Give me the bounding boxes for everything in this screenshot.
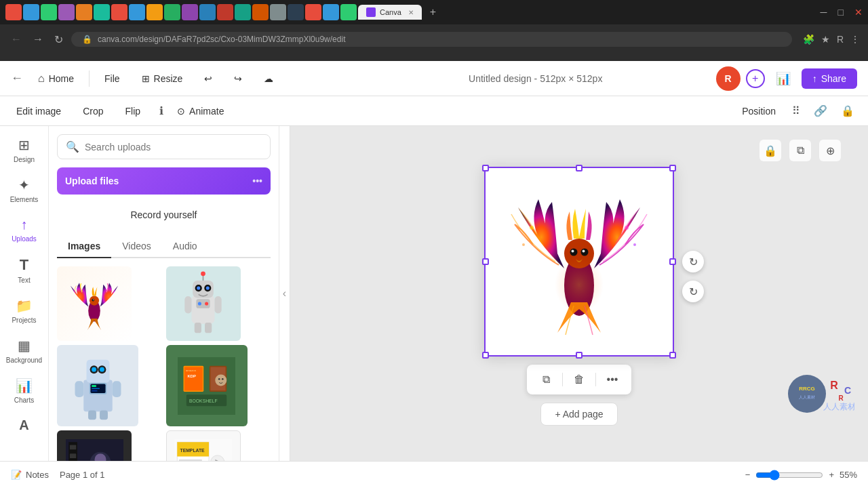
file-button[interactable]: File <box>98 69 127 88</box>
toolbar-divider <box>89 70 90 87</box>
svg-text:C: C <box>844 385 851 396</box>
home-nav-button[interactable]: ⌂ Home <box>31 68 81 89</box>
close-button[interactable]: ✕ <box>854 7 863 18</box>
zoom-slider[interactable] <box>755 470 823 481</box>
tab-videos[interactable]: Videos <box>111 235 162 258</box>
resize-button[interactable]: ⊞ Resize <box>135 69 190 88</box>
profile-icon[interactable]: R <box>837 34 844 45</box>
svg-text:人人素材: 人人素材 <box>823 402 854 411</box>
copy-action-button[interactable]: ⧉ <box>535 369 557 390</box>
svg-text:人人素材: 人人素材 <box>799 395 815 399</box>
browser-tabs: Canva ✕ + ─ □ ✕ <box>0 0 868 24</box>
add-to-template-icon[interactable]: ⊕ <box>819 140 841 161</box>
image-thumb-phoenix[interactable] <box>57 266 132 341</box>
svg-rect-17 <box>184 296 191 314</box>
resize-label: Resize <box>154 73 183 84</box>
canvas-area: 🔒 ⧉ ⊕ <box>290 126 868 461</box>
extensions-icon[interactable]: 🧩 <box>803 34 814 45</box>
add-page-button[interactable]: + Add page <box>540 403 617 426</box>
edit-image-button[interactable]: Edit image <box>11 103 66 119</box>
lock-icon[interactable]: 🔒 <box>838 102 857 120</box>
sidebar-label-design: Design <box>14 156 35 163</box>
image-thumb-movie[interactable] <box>57 430 132 461</box>
record-yourself-button[interactable]: Record yourself <box>57 203 271 227</box>
zoom-controls: − + 55% <box>745 470 857 481</box>
svg-point-44 <box>218 378 220 380</box>
rotate-handle-top[interactable]: ↻ <box>682 251 704 272</box>
add-collaborator-button[interactable]: + <box>746 69 765 88</box>
back-button[interactable]: ← <box>8 30 24 48</box>
search-icon: 🔍 <box>66 140 79 153</box>
menu-icon[interactable]: ⋮ <box>850 34 860 45</box>
user-avatar[interactable]: R <box>716 66 741 91</box>
maximize-button[interactable]: □ <box>838 7 844 18</box>
reload-button[interactable]: ↻ <box>52 30 66 49</box>
active-tab[interactable]: Canva ✕ <box>358 5 422 20</box>
image-thumb-robot1[interactable] <box>166 266 241 341</box>
zoom-out-button[interactable]: − <box>745 470 751 480</box>
search-box[interactable]: 🔍 <box>57 134 271 159</box>
design-title[interactable]: Untitled design - 512px × 512px <box>469 73 602 84</box>
more-action-button[interactable]: ••• <box>601 369 623 390</box>
home-button[interactable]: ← <box>11 71 23 85</box>
animate-button[interactable]: ⊙ Animate <box>177 106 224 117</box>
sidebar-item-elements[interactable]: ✦ Elements <box>3 171 46 209</box>
info-icon[interactable]: ℹ <box>157 102 166 120</box>
analytics-icon[interactable]: 📊 <box>770 67 796 90</box>
background-icon: ▦ <box>18 338 31 354</box>
svg-point-92 <box>625 226 629 230</box>
action-divider2 <box>595 373 596 386</box>
flip-button[interactable]: Flip <box>120 103 146 119</box>
sidebar-label-elements: Elements <box>10 196 39 203</box>
sidebar-item-brand[interactable]: A <box>3 412 46 441</box>
image-thumb-books[interactable]: KDP amazon BOOKSHELF <box>166 345 248 426</box>
notes-icon: 📝 <box>11 470 22 480</box>
bookmark-icon[interactable]: ★ <box>821 34 830 45</box>
sidebar-item-text[interactable]: T Text <box>3 251 46 289</box>
uploads-icon: ↑ <box>21 217 28 232</box>
redo-button[interactable]: ↪ <box>227 69 249 88</box>
grid-view-icon[interactable]: ⠿ <box>789 102 803 120</box>
image-thumb-template[interactable]: TEMPLATE <box>166 430 241 461</box>
home-label: Home <box>49 73 74 84</box>
svg-rect-47 <box>68 442 77 461</box>
url-text: canva.com/design/DAFaR7pd2sc/Cxo-03MimDW… <box>98 35 345 44</box>
link-icon[interactable]: 🔗 <box>811 102 830 120</box>
new-tab-button[interactable]: + <box>425 6 441 18</box>
rotate-handle-bottom[interactable]: ↻ <box>682 281 704 302</box>
canvas[interactable] <box>484 167 674 357</box>
sidebar-item-background[interactable]: ▦ Background <box>3 332 46 369</box>
share-button[interactable]: ↑ Share <box>802 68 857 89</box>
save-button[interactable]: ☁ <box>257 69 280 88</box>
undo-button[interactable]: ↩ <box>197 69 219 88</box>
tab-close-icon[interactable]: ✕ <box>408 9 414 16</box>
sidebar-label-background: Background <box>6 357 42 364</box>
address-bar[interactable]: 🔒 canva.com/design/DAFaR7pd2sc/Cxo-03Mim… <box>71 32 792 47</box>
search-input[interactable] <box>85 142 262 152</box>
text-icon: T <box>20 256 28 274</box>
zoom-in-button[interactable]: + <box>829 470 834 480</box>
forward-button[interactable]: → <box>30 30 46 48</box>
notes-button[interactable]: 📝 Notes <box>11 470 49 480</box>
svg-point-9 <box>206 287 210 290</box>
lock-canvas-icon[interactable]: 🔒 <box>760 140 781 161</box>
svg-rect-15 <box>195 323 201 333</box>
crop-button[interactable]: Crop <box>77 103 108 119</box>
sidebar-item-uploads[interactable]: ↑ Uploads <box>3 211 46 248</box>
svg-point-94 <box>633 243 636 246</box>
sidebar-item-projects[interactable]: 📁 Projects <box>3 292 46 329</box>
sidebar-item-design[interactable]: ⊞ Design <box>3 131 46 169</box>
upload-files-button[interactable]: Upload files ••• <box>57 167 271 195</box>
canvas-image <box>484 167 674 357</box>
svg-text:TEMPLATE: TEMPLATE <box>180 447 205 452</box>
tab-audio[interactable]: Audio <box>162 235 208 258</box>
minimize-button[interactable]: ─ <box>821 7 827 18</box>
tab-images[interactable]: Images <box>57 235 111 258</box>
image-thumb-robot2[interactable] <box>57 345 138 426</box>
position-button[interactable]: Position <box>736 103 781 119</box>
duplicate-canvas-icon[interactable]: ⧉ <box>789 140 811 161</box>
panel-collapse-button[interactable]: ‹ <box>279 126 290 461</box>
sidebar-label-text: Text <box>18 277 30 284</box>
delete-action-button[interactable]: 🗑 <box>568 369 590 390</box>
sidebar-item-charts[interactable]: 📊 Charts <box>3 372 46 409</box>
